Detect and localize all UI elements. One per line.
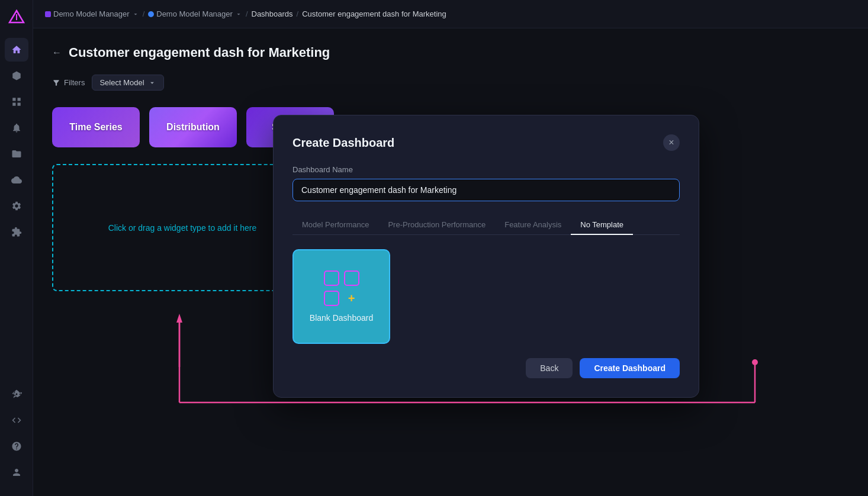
breadcrumb-workspace2[interactable]: Demo Model Manager	[148, 9, 242, 18]
workspace1-label: Demo Model Manager	[53, 9, 130, 18]
sidebar-item-plugin[interactable]	[5, 220, 28, 244]
modal-close-button[interactable]: ×	[663, 134, 680, 151]
breadcrumb-dashboards[interactable]: Dashboards	[252, 9, 293, 18]
tab-feature-analysis[interactable]: Feature Analysis	[495, 215, 571, 234]
template-icon-plus: +	[344, 291, 359, 306]
sidebar-item-home[interactable]	[5, 38, 28, 62]
back-button-modal[interactable]: Back	[526, 358, 573, 378]
sidebar-item-help[interactable]	[5, 434, 28, 458]
dashboard-name-input[interactable]	[292, 179, 680, 201]
modal-title: Create Dashboard	[292, 136, 394, 150]
sidebar	[0, 0, 33, 496]
template-icon-2	[344, 270, 359, 286]
breadcrumb-workspace1[interactable]: Demo Model Manager	[45, 9, 139, 18]
template-card-label: Blank Dashboard	[310, 313, 373, 323]
tab-model-performance[interactable]: Model Performance	[292, 215, 378, 234]
topbar: Demo Model Manager / Demo Model Manager …	[33, 0, 868, 28]
app-logo[interactable]	[6, 7, 27, 28]
dashboards-label: Dashboards	[252, 9, 293, 18]
workspace2-label: Demo Model Manager	[156, 9, 233, 18]
dashboard-name-label: Dashboard Name	[292, 165, 680, 174]
sidebar-item-cloud[interactable]	[5, 168, 28, 192]
sidebar-item-grid[interactable]	[5, 90, 28, 114]
sidebar-item-rocket[interactable]	[5, 382, 28, 406]
sidebar-item-user[interactable]	[5, 460, 28, 484]
template-grid: + Blank Dashboard	[292, 249, 680, 344]
breadcrumb: Demo Model Manager / Demo Model Manager …	[45, 9, 446, 18]
create-dashboard-modal: Create Dashboard × Dashboard Name Model …	[273, 115, 699, 398]
template-icon-1	[324, 270, 339, 286]
tab-no-template[interactable]: No Template	[571, 215, 633, 235]
create-dashboard-button[interactable]: Create Dashboard	[580, 358, 680, 378]
breadcrumb-page: Customer engagement dash for Marketing	[302, 9, 446, 18]
template-icon-3	[324, 291, 339, 306]
template-card-icons: +	[324, 270, 359, 306]
page-label: Customer engagement dash for Marketing	[302, 9, 446, 18]
sidebar-item-bell[interactable]	[5, 116, 28, 140]
modal-overlay: Create Dashboard × Dashboard Name Model …	[33, 28, 868, 496]
template-card-blank[interactable]: + Blank Dashboard	[292, 249, 390, 344]
sidebar-item-folder[interactable]	[5, 142, 28, 166]
sidebar-item-code[interactable]	[5, 408, 28, 432]
tab-pre-production[interactable]: Pre-Production Performance	[378, 215, 495, 234]
sidebar-item-settings[interactable]	[5, 194, 28, 218]
modal-header: Create Dashboard ×	[292, 134, 680, 151]
sidebar-item-cube[interactable]	[5, 64, 28, 88]
workspace2-icon	[148, 11, 154, 17]
modal-tabs: Model Performance Pre-Production Perform…	[292, 215, 680, 235]
workspace1-icon	[45, 11, 51, 17]
modal-footer: Back Create Dashboard	[292, 358, 680, 378]
